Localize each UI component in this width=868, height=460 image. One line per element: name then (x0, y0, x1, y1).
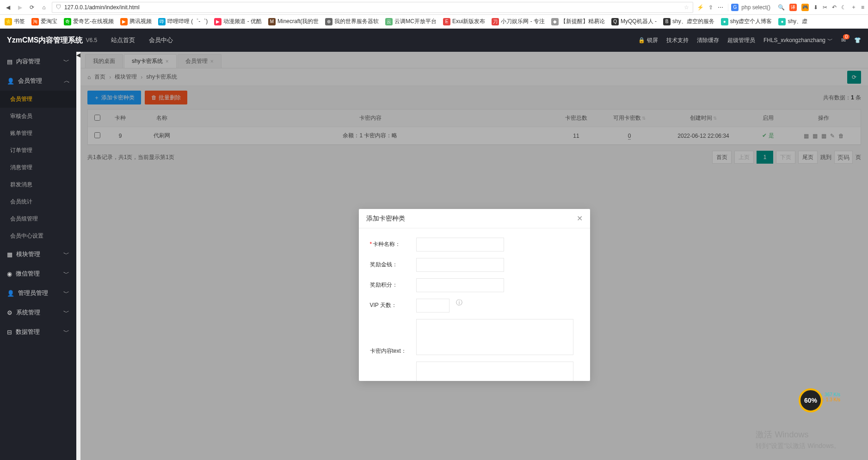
sidebar-group[interactable]: ▤内容管理﹀ (0, 52, 76, 71)
sidebar-subitem[interactable]: 会员统计 (0, 193, 76, 210)
bookmark-label: 我的世界服务器软 (334, 18, 379, 25)
input-name[interactable] (416, 238, 504, 251)
bookmark-icon: 云 (385, 18, 393, 25)
sidebar-subitem[interactable]: 会员组管理 (0, 210, 76, 227)
translate-icon[interactable]: 译 (789, 4, 797, 11)
download-icon[interactable]: ⬇ (813, 4, 818, 11)
bookmark-item[interactable]: MMinecraft(我的世 (268, 18, 319, 25)
bookmark-item[interactable]: 刀小刀娱乐网 - 专注 (492, 18, 545, 25)
bookmark-item[interactable]: 云云调MC开放平台 (385, 18, 437, 25)
bookmark-item[interactable]: Bshy、虚空的服务 (663, 18, 714, 25)
undo-icon[interactable]: ↶ (832, 4, 837, 11)
bookmark-item[interactable]: ⊕我的世界服务器软 (325, 18, 379, 25)
share-icon[interactable]: ⇪ (708, 4, 713, 11)
clear-cache-link[interactable]: 清除缓存 (697, 37, 719, 44)
sidebar-group[interactable]: ◉微信管理﹀ (0, 264, 76, 283)
bookmark-icon: M (268, 18, 276, 25)
chevron-down-icon: ﹀ (63, 57, 69, 66)
input-vip[interactable] (416, 299, 449, 313)
bookmark-label: 云调MC开放平台 (394, 18, 437, 25)
bookmark-label: MyQQ机器人 - (621, 18, 657, 25)
bookmark-icon: 哔 (158, 18, 166, 25)
more-icon[interactable]: ⋯ (718, 4, 723, 11)
upload-rate: ↑ 367 K/s (821, 392, 840, 397)
app-header: YzmCMS内容管理系统 V6.5 站点首页 会员中心 🔒 锁屏 技术支持 清除… (0, 29, 868, 52)
url-bar[interactable]: ⛉ 127.0.0.1/admin/index/init.html ☆ (52, 2, 693, 13)
sidebar-subitem[interactable]: 账单管理 (0, 125, 76, 142)
sidebar-subitem[interactable]: 会员中心设置 (0, 227, 76, 245)
sidebar-label: 模块管理 (16, 250, 40, 258)
bookmark-item[interactable]: 淘爱淘宝 (31, 18, 57, 25)
scissors-icon[interactable]: ✂ (823, 4, 827, 11)
sidebar-subitem[interactable]: 审核会员 (0, 108, 76, 125)
moon-icon[interactable]: ☾ (841, 4, 846, 11)
search-icon[interactable]: 🔍 (778, 4, 785, 11)
sidebar-collapse-icon[interactable]: ◀ (76, 52, 80, 460)
close-icon[interactable]: ✕ (577, 214, 583, 223)
app-logo: YzmCMS内容管理系统 (7, 36, 83, 45)
label-money: 奖励金钱： (370, 258, 412, 269)
bookmark-label: shy、虚 (788, 18, 807, 25)
bookmark-item[interactable]: 哔哔哩哔哩 (゜-゜) (158, 18, 208, 25)
bookmark-icon: ⊕ (325, 18, 332, 25)
reload-icon[interactable]: ⟳ (28, 3, 36, 12)
plus-icon[interactable]: ＋ (851, 3, 856, 11)
bookmark-item[interactable]: ●shy、虚 (778, 18, 807, 25)
flash-icon[interactable]: ⚡ (697, 4, 704, 11)
input-money[interactable] (416, 258, 504, 272)
textarea-intro[interactable] (416, 362, 573, 381)
chevron-down-icon: ﹀ (63, 308, 69, 317)
admin-user-dropdown[interactable]: FHLS_xvkongzhanzhang ﹀ (763, 37, 833, 44)
bookmark-item[interactable]: ▶动漫频道 - 优酷 (214, 18, 262, 25)
sidebar-icon: ⚙ (7, 309, 12, 316)
header-menu-member[interactable]: 会员中心 (149, 36, 173, 44)
game-icon[interactable]: 🎮 (801, 4, 809, 11)
bookmark-icon: E (443, 18, 450, 25)
sidebar-subitem[interactable]: 消息管理 (0, 159, 76, 176)
bookmark-label: 【新提醒】精易论 (560, 18, 605, 25)
menu-icon[interactable]: ≡ (861, 4, 864, 11)
sidebar-group[interactable]: ⊟数据管理﹀ (0, 322, 76, 342)
sidebar-icon: ◉ (7, 270, 12, 277)
bookmark-label: 爱奇艺-在线视频 (73, 18, 114, 25)
lock-button[interactable]: 🔒 锁屏 (638, 37, 658, 44)
sidebar-icon: ▤ (7, 58, 12, 65)
bookmark-item[interactable]: ▶腾讯视频 (120, 18, 152, 25)
sidebar-group[interactable]: ▦模块管理﹀ (0, 245, 76, 264)
bookmark-item[interactable]: ●shy虚空个人博客 (721, 18, 772, 25)
bookmark-label: 小刀娱乐网 - 专注 (501, 18, 545, 25)
forward-icon[interactable]: ▶ (16, 3, 24, 12)
bookmark-label: shy、虚空的服务 (672, 18, 714, 25)
sidebar-subitem[interactable]: 群发消息 (0, 176, 76, 193)
header-menu-home[interactable]: 站点首页 (111, 36, 135, 44)
tech-support-link[interactable]: 技术支持 (666, 37, 689, 44)
sidebar-group[interactable]: 👤会员管理﹀ (0, 71, 76, 91)
sidebar-group[interactable]: ⚙系统管理﹀ (0, 303, 76, 322)
bookmark-item[interactable]: ◆【新提醒】精易论 (551, 18, 605, 25)
user-icon[interactable]: 👕 (854, 37, 861, 43)
bookmark-item[interactable]: QMyQQ机器人 - (611, 18, 657, 25)
app-version: V6.5 (86, 37, 97, 43)
chevron-down-icon: ﹀ (63, 250, 69, 258)
message-icon[interactable]: ✉0 (841, 37, 846, 43)
sidebar-group[interactable]: 👤管理员管理﹀ (0, 283, 76, 303)
label-name: *卡种名称： (370, 238, 412, 248)
help-icon[interactable]: ⓘ (456, 299, 462, 307)
bookmark-label: 腾讯视频 (129, 18, 152, 25)
sidebar-subitem[interactable]: 会员管理 (0, 91, 76, 108)
sidebar-subitem[interactable]: 订单管理 (0, 142, 76, 159)
bookmark-label: 爱淘宝 (41, 18, 57, 25)
bookmark-item[interactable]: ⭐书签 (5, 18, 25, 25)
browser-search[interactable]: G php select() (728, 4, 773, 11)
back-icon[interactable]: ◀ (4, 3, 12, 12)
bookmark-item[interactable]: EExui新版发布 (443, 18, 485, 25)
star-icon[interactable]: ☆ (684, 4, 689, 11)
bookmark-item[interactable]: 奇爱奇艺-在线视频 (64, 18, 114, 25)
bookmark-icon: ● (778, 18, 786, 25)
bookmark-label: 书签 (14, 18, 25, 25)
sidebar-icon: 👤 (7, 290, 14, 297)
home-icon[interactable]: ⌂ (40, 3, 48, 12)
bookmark-icon: ● (721, 18, 728, 25)
textarea-content[interactable] (416, 319, 573, 355)
input-points[interactable] (416, 278, 504, 292)
